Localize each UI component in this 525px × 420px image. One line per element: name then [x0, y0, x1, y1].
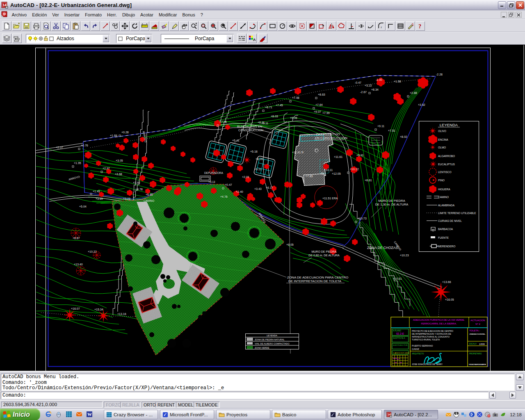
svg-text:ARQUITECTO: ARQUITECTO [412, 353, 424, 355]
svg-text:+2.07: +2.07 [56, 146, 63, 149]
svg-text:+11.91 R: +11.91 R [292, 151, 304, 154]
svg-text:+8.63: +8.63 [318, 93, 325, 96]
svg-text:+8.87: +8.87 [73, 237, 80, 240]
svg-text:+3.22: +3.22 [365, 84, 372, 87]
svg-text:+5.04: +5.04 [79, 205, 87, 208]
svg-text:+3.69: +3.69 [96, 197, 103, 200]
svg-text:14: 14 [2, 2, 7, 7]
svg-text:-0.47: -0.47 [355, 81, 361, 84]
svg-text:N° 2: N° 2 [475, 323, 480, 325]
svg-text:N PLANO: N PLANO [393, 330, 401, 332]
svg-text:+2.97: +2.97 [103, 167, 110, 170]
svg-text:DE 1,30 m. DE ALTURA: DE 1,30 m. DE ALTURA [375, 203, 409, 206]
svg-text:LEYENDA: LEYENDA [267, 334, 277, 337]
svg-text:+10.51: +10.51 [393, 277, 402, 280]
svg-text:+0.76: +0.76 [81, 144, 88, 147]
svg-text:A: A [253, 37, 256, 42]
svg-text:DE INTERPRETACION DE TOLETA: DE INTERPRETACION DE TOLETA [288, 279, 342, 283]
svg-text:+7.85: +7.85 [306, 175, 313, 178]
svg-text:ADECUACION TURISTICA DE LA: ADECUACION TURISTICA DE LA VIA VERDE. [413, 319, 465, 321]
svg-text:CASA CORTIJO: CASA CORTIJO [316, 132, 340, 136]
svg-text:LENTISCO: LENTISCO [438, 171, 452, 173]
svg-text:+0.47: +0.47 [225, 183, 232, 186]
svg-text:+8.61: +8.61 [365, 179, 372, 182]
svg-text:DEPURADORA: DEPURADORA [204, 171, 224, 174]
svg-text:+1.58: +1.58 [394, 80, 401, 83]
svg-text:PROPIETARIO: PROPIETARIO [469, 353, 482, 355]
svg-text:+7.78: +7.78 [219, 121, 227, 123]
svg-text:ZONA DE CHOZAS: ZONA DE CHOZAS [367, 246, 398, 250]
svg-text:FUNDACION VIA VERDE DE LA SIER: FUNDACION VIA VERDE DE LA SIERRA [469, 363, 486, 365]
svg-text:+9.11: +9.11 [377, 125, 384, 128]
svg-text:+3.43: +3.43 [254, 187, 262, 190]
svg-text:+7.99: +7.99 [322, 112, 330, 114]
svg-text:INFRAESTRUCTURAS AL CONJUNTO: INFRAESTRUCTURAS AL CONJUNTO [412, 336, 450, 338]
svg-text:PROYECTO DE EJECUCION DE CENT: PROYECTO DE EJECUCION DE CENTRO [412, 330, 453, 332]
svg-text:ZONA DE PIEDRA NATURAL: ZONA DE PIEDRA NATURAL [255, 338, 285, 341]
svg-text:MURO DE PIEDRA: MURO DE PIEDRA [311, 250, 336, 253]
svg-text:+9.11: +9.11 [261, 122, 268, 125]
svg-text:+9.91: +9.91 [356, 154, 364, 157]
svg-text:14: 14 [388, 413, 391, 415]
svg-text:+12.05: +12.05 [332, 172, 341, 175]
svg-text:+3.23: +3.23 [123, 197, 130, 200]
svg-text:ALAMBRADA: ALAMBRADA [438, 204, 455, 207]
svg-text:SUSTITUIDO POR: SUSTITUIDO POR [393, 344, 408, 346]
svg-text:-2.28: -2.28 [436, 73, 443, 76]
svg-text:+11.61: +11.61 [334, 155, 342, 158]
svg-text:+10.12: +10.12 [350, 168, 359, 171]
svg-text:-2.67: -2.67 [360, 91, 367, 94]
svg-text:DE INTERPRETACION Y DOTACION: DE INTERPRETACION Y DOTACION DE [412, 333, 451, 335]
svg-text:+16.05: +16.05 [445, 298, 454, 301]
svg-text:ESCALA: ESCALA [469, 343, 477, 345]
svg-text:+10.73: +10.73 [358, 217, 367, 220]
svg-text:ZONA VERDE: ZONA VERDE [255, 347, 269, 349]
svg-text:LIMITE TERRENO UTILIZABLE: LIMITE TERRENO UTILIZABLE [438, 212, 476, 215]
svg-text:EUCALIPTUS: EUCALIPTUS [438, 163, 455, 166]
svg-text:+1.95: +1.95 [74, 162, 81, 164]
svg-text:+3.05: +3.05 [116, 159, 123, 162]
svg-text:+13.40: +13.40 [74, 263, 83, 266]
svg-text:+3.92: +3.92 [133, 181, 140, 184]
svg-text:+3.13: +3.13 [208, 180, 215, 183]
svg-text:+9.11: +9.11 [254, 168, 261, 171]
svg-text:MERENDERO: MERENDERO [438, 245, 455, 248]
svg-text:ENCINA: ENCINA [438, 138, 448, 141]
svg-text:+9.05: +9.05 [286, 243, 294, 246]
svg-text:FERROCARRIL DE LA SIERRA.: FERROCARRIL DE LA SIERRA. [421, 322, 457, 325]
svg-text:+10.22: +10.22 [88, 250, 97, 253]
svg-text:+15.34: +15.34 [94, 308, 103, 311]
svg-text:MURO DE PIEDRA: MURO DE PIEDRA [378, 199, 405, 203]
svg-text:+10.23: +10.23 [400, 254, 409, 257]
svg-text:-1.00: -1.00 [376, 78, 382, 81]
svg-text:+3.68: +3.68 [115, 173, 122, 176]
svg-text:+8.16: +8.16 [256, 158, 263, 160]
svg-text:+8.02: +8.02 [400, 135, 407, 138]
svg-text:02.2-E: 02.2-E [396, 332, 404, 335]
svg-text:?: ? [418, 23, 421, 30]
svg-text:C,ADIZ-3 OCT.-2000: C,ADIZ-3 OCT.-2000 [393, 352, 409, 354]
svg-text:r: r [381, 25, 382, 29]
svg-text:LEYENDA: LEYENDA [440, 123, 458, 127]
svg-text:TURISTICO-RURAL TOLETA: TURISTICO-RURAL TOLETA [412, 338, 440, 341]
svg-text:+7.64: +7.64 [315, 103, 323, 106]
svg-text:+4.78: +4.78 [135, 188, 143, 191]
svg-text:URBANIZACION GENERAL.-: URBANIZACION GENERAL.- [469, 333, 486, 335]
svg-text:ALGARROBO: ALGARROBO [438, 155, 455, 158]
svg-text:+2.01: +2.01 [242, 176, 249, 178]
svg-text:+6.17: +6.17 [266, 186, 273, 189]
svg-text:ZONA DE ADECUACION PARA CE: ZONA DE ADECUACION PARA CENTRO [287, 276, 348, 279]
svg-text:1/999: 1/999 [479, 343, 485, 345]
svg-text:+13.16: +13.16 [117, 313, 126, 315]
svg-text:+4.76: +4.76 [220, 195, 228, 198]
svg-text:BUNGALOWS EN: BUNGALOWS EN [237, 125, 262, 128]
svg-text:+9.07: +9.07 [314, 110, 321, 113]
svg-text:BARBACOA: BARBACOA [438, 228, 453, 231]
svg-text:OLMO: OLMO [438, 146, 446, 149]
svg-text:+1.69: +1.69 [110, 134, 117, 137]
svg-text:OLIVO: OLIVO [438, 130, 446, 132]
svg-text:W: W [87, 412, 92, 417]
svg-text:ACTUACION: ACTUACION [470, 319, 485, 322]
svg-text:VIAL DE ALBERO COMPACTADO: VIAL DE ALBERO COMPACTADO [255, 342, 290, 345]
svg-text:PUERTO SERRANO: PUERTO SERRANO [412, 345, 433, 347]
